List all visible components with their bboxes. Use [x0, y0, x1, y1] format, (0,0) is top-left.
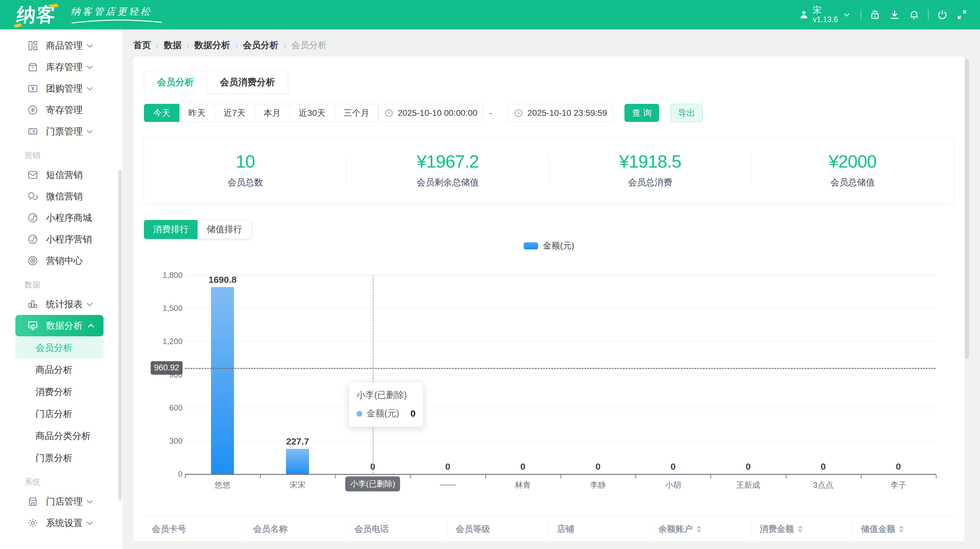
grid-line [185, 375, 936, 375]
export-button[interactable]: 导出 [670, 104, 703, 122]
sort-ascending-icon[interactable] [697, 525, 701, 528]
legend-swatch-amount[interactable] [524, 242, 538, 249]
sidebar-item-ticket-management[interactable]: 门票管理 [0, 121, 123, 142]
chevron-down-icon [87, 300, 93, 306]
breadcrumb-item[interactable]: 会员分析 [243, 39, 278, 51]
stat-label: 会员总储值 [830, 177, 875, 189]
sidebar-item-inventory-management[interactable]: 库存管理 [0, 56, 123, 78]
column-header-消费金额[interactable]: 消费金额 [752, 517, 853, 541]
target-icon [27, 255, 38, 267]
breadcrumb-item[interactable]: 数据分析 [194, 39, 230, 51]
stat-value: 10 [236, 151, 255, 172]
bell-icon[interactable] [908, 9, 920, 21]
sidebar-subitem-store-analysis[interactable]: 门店分析 [15, 403, 103, 425]
power-icon[interactable] [937, 9, 948, 21]
deposit-icon [27, 104, 38, 116]
date-start-input[interactable]: 2025-10-10 00:00:00 [379, 104, 483, 122]
column-header-会员卡号: 会员卡号 [144, 517, 245, 541]
brand-logo[interactable]: 纳客 纳客管店更轻松 [17, 2, 162, 27]
chevron-down-icon [87, 42, 93, 48]
grid-line [185, 275, 936, 275]
chevron-down-icon [87, 63, 93, 69]
quick-filter-button[interactable]: 昨天 [179, 104, 215, 122]
sidebar-item-data-analysis[interactable]: 数据分析 [15, 315, 103, 336]
sidebar-scrollbar-thumb[interactable] [118, 170, 122, 501]
query-button[interactable]: 查 询 [624, 104, 659, 122]
quick-filter-button[interactable]: 本月 [255, 104, 290, 122]
sort-descending-icon[interactable] [697, 530, 701, 533]
sidebar-subitem-member-analysis[interactable]: 会员分析 [15, 337, 103, 358]
series-dot-icon [356, 411, 362, 417]
sidebar-item-goods-management[interactable]: 商品管理 [0, 35, 123, 56]
bar-悠悠[interactable] [211, 287, 234, 474]
sidebar-item-marketing-center[interactable]: 营销中心 [0, 250, 123, 271]
ticket-icon [27, 126, 38, 137]
quick-filter-button[interactable]: 三个月 [334, 104, 379, 122]
chevron-up-icon [88, 324, 94, 330]
breadcrumb: 首页›数据›数据分析›会员分析›会员分析 [133, 40, 980, 51]
sort-ascending-icon[interactable] [798, 525, 803, 528]
x-axis-label: 宋宋 [260, 480, 335, 490]
breadcrumb-separator: › [156, 40, 159, 51]
stats-summary-card: 10会员总数¥1967.2会员剩余总储值¥1918.5会员总消费¥2000会员总… [144, 136, 954, 203]
sort-descending-icon[interactable] [798, 530, 803, 533]
sort-carets-icon[interactable] [697, 525, 701, 533]
sidebar-subitem-goods-category-analysis[interactable]: 商品分类分析 [15, 425, 103, 447]
quick-filter-button[interactable]: 今天 [144, 104, 180, 122]
wechat-icon [27, 191, 38, 202]
sidebar-item-system-settings[interactable]: 系统设置 [0, 512, 123, 534]
quick-filter-button[interactable]: 近30天 [290, 104, 335, 122]
sidebar-subitem-consumption-analysis[interactable]: 消费分析 [15, 381, 103, 403]
date-start-value: 2025-10-10 00:00:00 [398, 108, 477, 118]
clock-icon [384, 108, 393, 118]
lock-icon[interactable] [869, 9, 881, 21]
sidebar-item-deposit-management[interactable]: 寄存管理 [0, 99, 123, 121]
bar-宋宋[interactable] [286, 449, 309, 474]
chart-legend: 金额(元) [144, 242, 954, 249]
user-menu[interactable]: 宋 v1.13.6 [798, 5, 853, 24]
date-end-input[interactable]: 2025-10-10 23:59:59 [508, 104, 613, 122]
column-header-储值金额[interactable]: 储值金额 [853, 517, 954, 541]
chevron-down-icon [87, 127, 93, 134]
sidebar-item-miniprogram-marketing[interactable]: 小程序营销 [0, 229, 123, 250]
page-tabs: 会员分析会员消费分析 [144, 70, 954, 94]
column-header-label: 会员等级 [456, 523, 490, 535]
rank-tab-储值排行[interactable]: 储值排行 [197, 220, 251, 239]
sort-carets-icon[interactable] [798, 525, 803, 533]
y-axis-tick-label: 1,800 [144, 271, 183, 280]
sort-ascending-icon[interactable] [899, 525, 904, 528]
breadcrumb-item[interactable]: 首页 [133, 39, 151, 51]
sidebar-item-wechat-marketing[interactable]: 微信营销 [0, 186, 123, 207]
sort-carets-icon[interactable] [899, 525, 904, 533]
sidebar-item-statistic-reports[interactable]: 统计报表 [0, 293, 123, 315]
quick-filter-button[interactable]: 近7天 [215, 104, 255, 122]
rank-tab-消费排行[interactable]: 消费排行 [144, 220, 198, 239]
sidebar-item-groupbuy-management[interactable]: 团购管理 [0, 78, 123, 99]
sidebar-item-sms-marketing[interactable]: 短信营销 [0, 164, 123, 186]
main-scrollbar-thumb[interactable] [965, 59, 969, 359]
column-header-余额账户[interactable]: 余额账户 [651, 517, 752, 541]
fullscreen-icon[interactable] [956, 9, 968, 21]
ticket-yen-icon [27, 83, 38, 94]
sidebar-item-store-management[interactable]: 门店管理 [0, 491, 123, 512]
grid-line [185, 308, 936, 309]
sidebar-item-miniprogram-mall[interactable]: 小程序商城 [0, 207, 123, 229]
tab-会员消费分析[interactable]: 会员消费分析 [207, 70, 288, 94]
x-axis-label: —— [410, 480, 485, 489]
download-icon[interactable] [889, 9, 900, 21]
breadcrumb-item[interactable]: 数据 [164, 39, 181, 51]
sidebar-item-label: 数据分析 [46, 320, 83, 332]
sort-descending-icon[interactable] [899, 530, 904, 533]
breadcrumb-separator: › [186, 40, 189, 51]
stat-label: 会员剩余总储值 [417, 177, 479, 189]
x-axis-tick [485, 474, 486, 479]
sidebar-subitem-ticket-analysis[interactable]: 门票分析 [15, 447, 103, 469]
app-version: v1.13.6 [813, 15, 838, 24]
x-axis-label: 王新成 [711, 480, 786, 490]
column-header-会员名称: 会员名称 [245, 517, 347, 541]
x-axis-label-highlighted: 小李(已删除) [345, 476, 400, 492]
tab-会员分析[interactable]: 会员分析 [144, 70, 207, 94]
sidebar-subitem-goods-analysis[interactable]: 商品分析 [15, 359, 103, 380]
y-axis-tick-label: 1,200 [144, 337, 183, 346]
column-header-会员等级: 会员等级 [448, 517, 549, 541]
